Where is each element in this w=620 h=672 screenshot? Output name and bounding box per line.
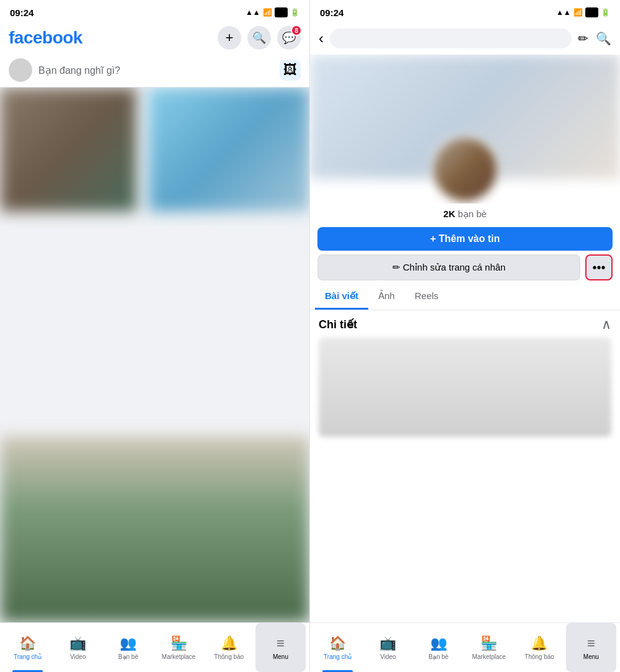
facebook-logo: facebook [9, 28, 82, 48]
menu-label-left: Menu [273, 653, 288, 660]
tab-bai-viet[interactable]: Bài viết [315, 284, 368, 310]
home-label-right: Trang chủ [324, 653, 352, 660]
notifications-icon-left: 🔔 [221, 635, 237, 652]
nav-item-home-left[interactable]: 🏠 Trang chủ [2, 623, 53, 672]
home-icon-left: 🏠 [19, 635, 36, 652]
wifi-icon-left: 📶 [263, 8, 272, 17]
status-icons-left: ▲▲ 📶 66 🔋 [246, 7, 299, 17]
battery-icon-right: 🔋 [601, 8, 610, 17]
story-placeholder[interactable]: Bạn đang nghĩ gì? [38, 65, 273, 76]
wifi-icon-right: 📶 [574, 8, 583, 17]
nav-item-marketplace-right[interactable]: 🏪 Marketplace [464, 623, 514, 672]
chi-tiet-content [319, 338, 611, 437]
tab-reels[interactable]: Reels [405, 284, 448, 310]
signal-icon-right: ▲▲ [556, 8, 571, 17]
nav-item-friends-left[interactable]: 👥 Bạn bè [103, 623, 153, 672]
friends-label-right: Bạn bè [428, 653, 448, 660]
add-button[interactable]: + [218, 26, 241, 50]
video-icon-left: 📺 [69, 635, 86, 652]
status-bar-left: 09:24 ▲▲ 📶 66 🔋 [0, 0, 309, 22]
header-left: facebook + 🔍 💬 8 [0, 22, 309, 53]
profile-avatar [431, 135, 499, 204]
home-label-left: Trang chủ [14, 653, 42, 660]
time-right: 09:24 [320, 7, 343, 18]
menu-icon-left: ≡ [277, 635, 285, 652]
nav-item-home-right[interactable]: 🏠 Trang chủ [312, 623, 363, 672]
edit-profile-button[interactable]: ✏ Chỉnh sửa trang cá nhân [317, 254, 580, 280]
nav-item-marketplace-left[interactable]: 🏪 Marketplace [154, 623, 204, 672]
friends-number: 2K [443, 208, 455, 219]
friends-label-left: Bạn bè [118, 653, 138, 660]
user-avatar-left [9, 58, 32, 82]
add-icon: + [226, 30, 234, 46]
photo-button[interactable]: 🖼 [280, 60, 301, 81]
battery-right: 66 [585, 7, 598, 17]
chi-tiet-header: Chi tiết ∧ [319, 316, 611, 333]
blur-image-top-left [0, 87, 136, 212]
feed-content [0, 87, 309, 622]
profile-section [310, 55, 620, 204]
friends-text: bạn bè [458, 208, 487, 219]
action-buttons: + Thêm vào tin [310, 223, 620, 254]
profile-name-bar [330, 29, 572, 48]
menu-icon-right: ≡ [587, 635, 595, 652]
notifications-label-left: Thông báo [214, 653, 244, 660]
bottom-nav-left: 🏠 Trang chủ 📺 Video 👥 Bạn bè 🏪 Marketpla… [0, 622, 309, 672]
friends-icon-right: 👥 [430, 635, 447, 652]
photo-icon: 🖼 [283, 62, 297, 78]
notifications-icon-right: 🔔 [531, 635, 547, 652]
profile-tabs: Bài viết Ảnh Reels [310, 284, 620, 310]
right-panel: 09:24 ▲▲ 📶 66 🔋 ‹ ✏ 🔍 2K bạn bè + Thêm v… [310, 0, 620, 672]
chi-tiet-toggle[interactable]: ∧ [601, 316, 611, 333]
messenger-button[interactable]: 💬 8 [277, 26, 301, 50]
nav-item-video-left[interactable]: 📺 Video [53, 623, 103, 672]
battery-left: 66 [275, 7, 288, 17]
blurred-feed [0, 87, 309, 622]
video-label-right: Video [380, 653, 396, 660]
nav-item-notifications-left[interactable]: 🔔 Thông báo [204, 623, 254, 672]
battery-icon-left: 🔋 [290, 8, 299, 17]
friends-count: 2K bạn bè [310, 204, 620, 223]
blur-image-bottom [0, 436, 309, 622]
bottom-nav-right: 🏠 Trang chủ 📺 Video 👥 Bạn bè 🏪 Marketpla… [310, 622, 620, 672]
nav-item-menu-right[interactable]: ≡ Menu [566, 623, 616, 672]
story-bar: Bạn đang nghĩ gì? 🖼 [0, 53, 309, 87]
add-story-button[interactable]: + Thêm vào tin [317, 227, 613, 251]
tab-anh[interactable]: Ảnh [368, 284, 405, 310]
video-icon-right: 📺 [379, 635, 396, 652]
menu-label-right: Menu [583, 653, 599, 660]
search-button-left[interactable]: 🔍 [247, 26, 271, 50]
search-icon-left: 🔍 [252, 31, 266, 45]
marketplace-icon-left: 🏪 [170, 635, 187, 652]
marketplace-label-right: Marketplace [472, 653, 505, 660]
marketplace-icon-right: 🏪 [480, 635, 497, 652]
more-options-button[interactable]: ••• [585, 254, 613, 280]
status-bar-right: 09:24 ▲▲ 📶 66 🔋 [310, 0, 620, 22]
chi-tiet-title: Chi tiết [319, 318, 357, 331]
back-button[interactable]: ‹ [319, 30, 324, 47]
notifications-label-right: Thông báo [525, 653, 554, 660]
search-icon-right[interactable]: 🔍 [596, 31, 611, 46]
header-right: ‹ ✏ 🔍 [310, 22, 620, 55]
header-right-icons: ✏ 🔍 [578, 31, 611, 46]
home-icon-right: 🏠 [329, 635, 346, 652]
nav-item-video-right[interactable]: 📺 Video [363, 623, 413, 672]
messenger-badge: 8 [291, 25, 302, 36]
blur-image-top-right [148, 87, 309, 212]
time-left: 09:24 [10, 7, 33, 18]
friends-icon-left: 👥 [120, 635, 136, 652]
edit-icon[interactable]: ✏ [578, 31, 588, 46]
status-icons-right: ▲▲ 📶 66 🔋 [556, 7, 610, 17]
left-panel: 09:24 ▲▲ 📶 66 🔋 facebook + 🔍 💬 8 Bạn đan… [0, 0, 310, 672]
header-icons-left: + 🔍 💬 8 [218, 26, 301, 50]
nav-item-notifications-right[interactable]: 🔔 Thông báo [514, 623, 564, 672]
nav-item-menu-left[interactable]: ≡ Menu [255, 623, 306, 672]
nav-item-friends-right[interactable]: 👥 Bạn bè [414, 623, 464, 672]
video-label-left: Video [70, 653, 86, 660]
signal-icon-left: ▲▲ [246, 8, 260, 17]
marketplace-label-left: Marketplace [162, 653, 195, 660]
chi-tiet-section: Chi tiết ∧ [310, 310, 620, 443]
action-buttons-2: ✏ Chỉnh sửa trang cá nhân ••• [310, 254, 620, 284]
